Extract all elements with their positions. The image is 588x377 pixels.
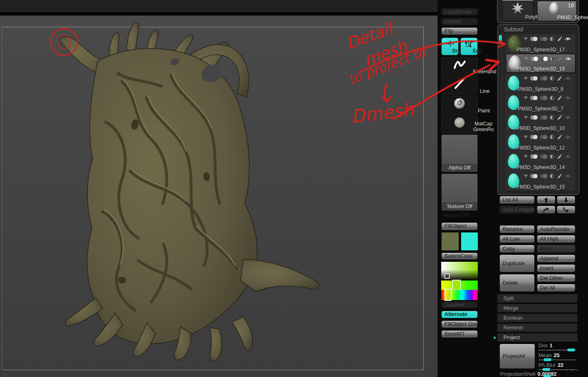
fillobject-grad-button[interactable]: FillObject Grad xyxy=(441,320,478,328)
polypaint-dim-icon[interactable] xyxy=(540,174,547,178)
difference-icon[interactable] xyxy=(550,57,555,61)
document-canvas[interactable] xyxy=(0,0,438,377)
subtool-item-2[interactable]: PM3D_Sphere3D_5 xyxy=(506,74,575,93)
subtool-item-5[interactable]: PM3D_Sphere3D_12 xyxy=(506,132,575,151)
visibility-eye-icon[interactable] xyxy=(564,135,571,139)
collapse-arrow-icon[interactable] xyxy=(524,155,528,158)
subtool-scroll-indicator[interactable] xyxy=(499,35,502,44)
switchcolor-button[interactable]: SwitchColor xyxy=(441,252,478,260)
gradient-button[interactable]: Gradient xyxy=(441,301,478,308)
polypaint-icon[interactable] xyxy=(530,115,538,120)
collapse-arrow-icon[interactable] xyxy=(524,175,528,178)
brush-icon[interactable] xyxy=(557,56,562,61)
duplicate-button[interactable]: Duplicate xyxy=(499,254,535,272)
tool-active-pm3d-sphere3d[interactable]: 16 PM3D_Sphere3D xyxy=(537,1,577,21)
visibility-eye-icon[interactable] xyxy=(564,154,571,159)
collapse-arrow-icon[interactable] xyxy=(524,96,528,99)
difference-icon[interactable] xyxy=(550,154,554,159)
visibility-eye-icon[interactable] xyxy=(564,37,571,41)
collapse-arrow-icon[interactable] xyxy=(524,136,528,138)
polypaint-icon[interactable] xyxy=(530,154,538,159)
stroke-line-button[interactable]: Line xyxy=(441,77,478,95)
matcap-material-button[interactable]: MatCap GreenRo xyxy=(441,116,478,134)
pablur-slider-handle[interactable] xyxy=(542,368,550,371)
difference-icon[interactable] xyxy=(550,37,554,41)
subtool-item-1[interactable]: PM3D_Sphere3D_19 xyxy=(506,54,575,73)
brush-icon[interactable] xyxy=(557,76,562,81)
difference-icon[interactable] xyxy=(550,174,554,178)
auto-collapse-button[interactable]: Auto Collapse xyxy=(499,206,535,214)
visibility-eye-icon[interactable] xyxy=(564,76,571,81)
subtool-scroll-track-outer[interactable] xyxy=(499,34,502,192)
move-in-button[interactable] xyxy=(557,206,575,214)
del-other-button[interactable]: Del Other xyxy=(537,274,575,282)
del-all-button[interactable]: Del All xyxy=(537,284,575,292)
move-up-button[interactable] xyxy=(537,196,555,204)
difference-icon[interactable] xyxy=(550,76,554,81)
double-button[interactable]: Double xyxy=(441,18,478,25)
projectall-button[interactable]: ProjectAll xyxy=(499,344,535,369)
axis-xyz-label[interactable]: x y z xyxy=(566,368,579,372)
section-remesh[interactable]: Remesh xyxy=(497,323,577,332)
collapse-arrow-icon[interactable] xyxy=(524,116,528,119)
secondary-color-swatch[interactable] xyxy=(461,232,478,251)
subtool-scroll-track-inner[interactable] xyxy=(503,34,505,192)
hue-spectrum-strip[interactable] xyxy=(441,290,478,300)
brush-icon[interactable] xyxy=(557,134,562,140)
difference-icon[interactable] xyxy=(550,96,554,100)
section-merge[interactable]: Merge xyxy=(497,304,577,312)
visibility-eye-icon[interactable] xyxy=(564,174,571,178)
all-high-button[interactable]: All High xyxy=(537,235,575,243)
rename-button[interactable]: Rename xyxy=(499,225,535,233)
visibility-eye-icon[interactable] xyxy=(564,115,571,120)
texture-selector[interactable]: Texture Off xyxy=(441,173,478,211)
lazymouse-button[interactable]: LazyMouse xyxy=(441,8,478,15)
section-boolean[interactable]: Boolean xyxy=(497,313,577,322)
brush-icon[interactable] xyxy=(557,173,562,179)
mean-slider-handle[interactable] xyxy=(544,358,551,361)
insert-button[interactable]: Insert xyxy=(537,264,575,272)
paste-button[interactable]: Paste xyxy=(537,245,575,253)
subtool-item-6[interactable]: PM3D_Sphere3D_14 xyxy=(506,152,575,171)
hue-zoom-cursor[interactable] xyxy=(452,280,461,290)
collapse-arrow-icon[interactable] xyxy=(524,77,528,80)
move-down-button[interactable] xyxy=(557,196,575,204)
collapse-arrow-icon[interactable] xyxy=(524,57,528,60)
list-all-button[interactable]: List All xyxy=(499,196,535,204)
polypaint-dim-icon[interactable] xyxy=(540,115,547,120)
brush-paint-button[interactable]: Paint xyxy=(441,96,478,115)
collapse-arrow-icon[interactable] xyxy=(524,37,528,40)
move-out-button[interactable] xyxy=(537,206,555,214)
brush-icon[interactable] xyxy=(557,36,562,42)
polypaint-icon[interactable] xyxy=(530,174,538,178)
brush-icon[interactable] xyxy=(557,115,562,120)
delete-button[interactable]: Delete xyxy=(499,274,535,292)
polypaint-dim-icon[interactable] xyxy=(540,135,547,139)
sculpt-model[interactable] xyxy=(0,0,438,377)
polypaint-icon[interactable] xyxy=(530,37,538,41)
section-project[interactable]: Project xyxy=(497,333,577,342)
brush-icon[interactable] xyxy=(557,95,562,101)
polypaint-dim-icon[interactable] xyxy=(540,76,547,81)
dist-slider-handle[interactable] xyxy=(567,349,575,351)
saturation-value-picker[interactable] xyxy=(441,262,478,281)
alternate-button[interactable]: Alternate xyxy=(441,311,478,318)
polypaint-icon[interactable] xyxy=(530,96,538,100)
main-color-swatch[interactable] xyxy=(441,232,459,251)
hue-spectrum-cursor[interactable] xyxy=(444,289,451,301)
all-low-button[interactable]: All Low xyxy=(499,235,535,243)
append-button[interactable]: Append xyxy=(537,254,575,263)
subtool-item-4[interactable]: PM3D_Sphere3D_10 xyxy=(506,113,575,132)
polypaint-icon[interactable] xyxy=(531,57,538,61)
edit-mode-button[interactable]: Edit xyxy=(460,37,478,55)
storemt-button[interactable]: StoreMT xyxy=(441,330,478,338)
alpha-selector[interactable]: Alpha Off xyxy=(441,134,478,172)
subtool-item-3[interactable]: PM3D_Sphere3D_7 xyxy=(506,93,575,112)
satval-cursor[interactable] xyxy=(444,274,450,279)
polypaint-dim-icon[interactable] xyxy=(540,57,548,61)
difference-icon[interactable] xyxy=(550,135,554,139)
draw-mode-button[interactable]: Draw xyxy=(441,37,459,55)
polypaint-icon[interactable] xyxy=(530,135,538,139)
polypaint-icon[interactable] xyxy=(530,76,538,81)
flip-button[interactable]: Flip xyxy=(441,27,478,35)
